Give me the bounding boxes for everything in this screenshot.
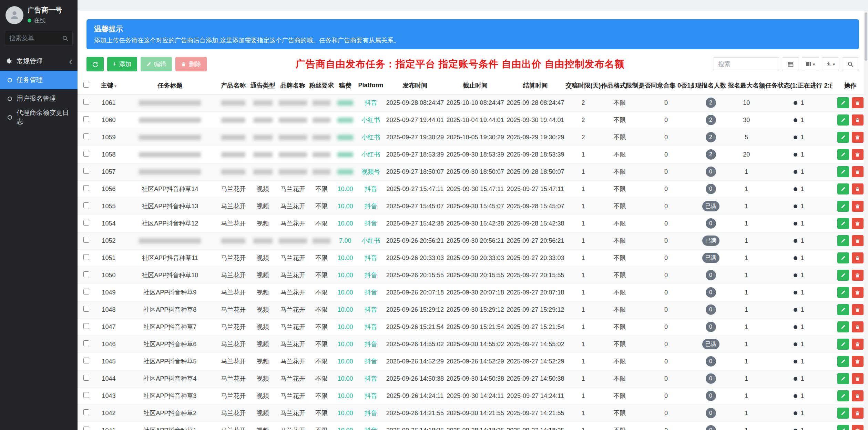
row-checkbox[interactable] [83, 271, 89, 277]
scrollbar-thumb[interactable] [865, 12, 867, 61]
table-row[interactable]: 1057视频号2025-09-27 18:50:072025-09-30 18:… [78, 163, 868, 180]
search-icon[interactable] [62, 36, 68, 41]
row-delete-button[interactable] [852, 114, 864, 126]
row-checkbox[interactable] [83, 151, 89, 157]
row-edit-button[interactable] [837, 132, 849, 143]
row-checkbox[interactable] [83, 306, 89, 312]
refresh-button[interactable] [86, 57, 104, 71]
table-row[interactable]: 1044社区APP抖音种草4马兰花开视频马兰花开不限10.00抖音2025-09… [78, 370, 868, 387]
row-checkbox[interactable] [83, 220, 89, 226]
row-edit-button[interactable] [837, 183, 849, 194]
row-delete-button[interactable] [852, 218, 864, 229]
row-edit-button[interactable] [837, 321, 849, 332]
sidebar-section-general[interactable]: 常规管理 ‹ [0, 52, 78, 71]
row-edit-button[interactable] [837, 425, 849, 430]
table-row[interactable]: 1048社区APP抖音种草8马兰花开视频马兰花开不限10.00抖音2025-09… [78, 301, 868, 318]
row-checkbox[interactable] [83, 409, 89, 415]
sidebar-item-agent-balance-log[interactable]: 代理商余额变更日志 [0, 108, 78, 127]
row-checkbox[interactable] [83, 358, 89, 363]
vertical-scrollbar[interactable] [864, 10, 868, 430]
row-delete-button[interactable] [852, 339, 864, 350]
table-search-input[interactable] [718, 61, 775, 68]
row-checkbox[interactable] [83, 99, 89, 105]
row-edit-button[interactable] [837, 270, 849, 281]
table-row[interactable]: 1054社区APP抖音种草12马兰花开视频马兰花开不限10.00抖音2025-0… [78, 215, 868, 232]
row-delete-button[interactable] [852, 252, 864, 263]
sidebar-item-user-signup-management[interactable]: 用户报名管理 [0, 89, 78, 108]
export-button[interactable]: ▾ [822, 57, 839, 71]
header-id[interactable]: 主键▾ [95, 77, 122, 94]
select-all-checkbox[interactable] [83, 82, 89, 88]
table-row[interactable]: 1050社区APP抖音种草10马兰花开视频马兰花开不限10.00抖音2025-0… [78, 267, 868, 284]
table-row[interactable]: 1051社区APP抖音种草11马兰花开视频马兰花开不限10.00抖音2025-0… [78, 249, 868, 267]
row-delete-button[interactable] [852, 235, 864, 246]
row-edit-button[interactable] [837, 287, 849, 298]
sidebar-item-task-management[interactable]: 任务管理 [0, 71, 78, 89]
row-checkbox[interactable] [83, 375, 89, 381]
table-row[interactable]: 1046社区APP抖音种草6马兰花开视频马兰花开不限10.00抖音2025-09… [78, 336, 868, 353]
row-delete-button[interactable] [852, 132, 864, 143]
table-row[interactable]: 1045社区APP抖音种草5马兰花开视频马兰花开不限10.00抖音2025-09… [78, 353, 868, 370]
menu-search-input[interactable] [9, 35, 62, 42]
row-edit-button[interactable] [837, 114, 849, 126]
row-checkbox[interactable] [83, 168, 89, 174]
table-row[interactable]: 1049社区APP抖音种草9马兰花开视频马兰花开不限10.00抖音2025-09… [78, 284, 868, 301]
table-row[interactable]: 1060小红书2025-09-27 19:44:012025-10-04 19:… [78, 111, 868, 129]
row-delete-button[interactable] [852, 425, 864, 430]
toggle-view-button[interactable] [782, 57, 799, 71]
row-checkbox[interactable] [83, 133, 89, 139]
row-checkbox[interactable] [83, 340, 89, 346]
table-row[interactable]: 1055社区APP抖音种草13马兰花开视频马兰花开不限10.00抖音2025-0… [78, 198, 868, 215]
edit-toolbar-button[interactable]: 编辑 [141, 57, 172, 71]
table-row[interactable]: 1058小红书2025-09-27 18:53:392025-09-30 18:… [78, 146, 868, 163]
table-row[interactable]: 1059小红书2025-09-27 19:30:292025-10-05 19:… [78, 129, 868, 146]
row-delete-button[interactable] [852, 373, 864, 384]
row-edit-button[interactable] [837, 149, 849, 160]
redacted-brand [279, 169, 307, 174]
row-delete-button[interactable] [852, 97, 864, 108]
row-delete-button[interactable] [852, 287, 864, 298]
row-checkbox[interactable] [83, 185, 89, 191]
table-row[interactable]: 1056社区APP抖音种草14马兰花开视频马兰花开不限10.00抖音2025-0… [78, 180, 868, 198]
row-checkbox[interactable] [83, 202, 89, 208]
row-delete-button[interactable] [852, 183, 864, 194]
row-edit-button[interactable] [837, 235, 849, 246]
row-edit-button[interactable] [837, 373, 849, 384]
row-delete-button[interactable] [852, 408, 864, 419]
row-edit-button[interactable] [837, 408, 849, 419]
columns-button[interactable]: ▾ [802, 57, 819, 71]
table-row[interactable]: 1042社区APP抖音种草2马兰花开视频马兰花开不限10.00抖音2025-09… [78, 404, 868, 422]
row-edit-button[interactable] [837, 97, 849, 108]
row-edit-button[interactable] [837, 201, 849, 212]
row-checkbox[interactable] [83, 392, 89, 398]
row-checkbox[interactable] [83, 237, 89, 243]
row-checkbox[interactable] [83, 289, 89, 294]
table-row[interactable]: 1061抖音2025-09-28 08:24:472025-10-10 08:2… [78, 94, 868, 111]
row-delete-button[interactable] [852, 321, 864, 332]
row-edit-button[interactable] [837, 304, 849, 315]
add-button[interactable]: + 添加 [107, 57, 137, 71]
row-edit-button[interactable] [837, 252, 849, 263]
row-delete-button[interactable] [852, 390, 864, 401]
row-checkbox[interactable] [83, 427, 89, 430]
row-delete-button[interactable] [852, 356, 864, 367]
row-checkbox[interactable] [83, 116, 89, 122]
row-edit-button[interactable] [837, 356, 849, 367]
row-delete-button[interactable] [852, 149, 864, 160]
row-edit-button[interactable] [837, 166, 849, 177]
row-checkbox[interactable] [83, 323, 89, 329]
row-checkbox[interactable] [83, 254, 89, 260]
delete-toolbar-button[interactable]: 删除 [175, 57, 207, 71]
row-edit-button[interactable] [837, 390, 849, 401]
row-edit-button[interactable] [837, 339, 849, 350]
row-delete-button[interactable] [852, 201, 864, 212]
table-row[interactable]: 1047社区APP抖音种草7马兰花开视频马兰花开不限10.00抖音2025-09… [78, 318, 868, 336]
row-delete-button[interactable] [852, 304, 864, 315]
table-row[interactable]: 10527.00小红书2025-09-26 20:56:212025-09-30… [78, 232, 868, 249]
table-row[interactable]: 1041社区APP抖音种草1马兰花开视频马兰花开不限10.00抖音2025-09… [78, 422, 868, 430]
row-delete-button[interactable] [852, 166, 864, 177]
search-toggle-button[interactable] [842, 57, 859, 71]
row-delete-button[interactable] [852, 270, 864, 281]
table-row[interactable]: 1043社区APP抖音种草3马兰花开视频马兰花开不限10.00抖音2025-09… [78, 387, 868, 404]
row-edit-button[interactable] [837, 218, 849, 229]
